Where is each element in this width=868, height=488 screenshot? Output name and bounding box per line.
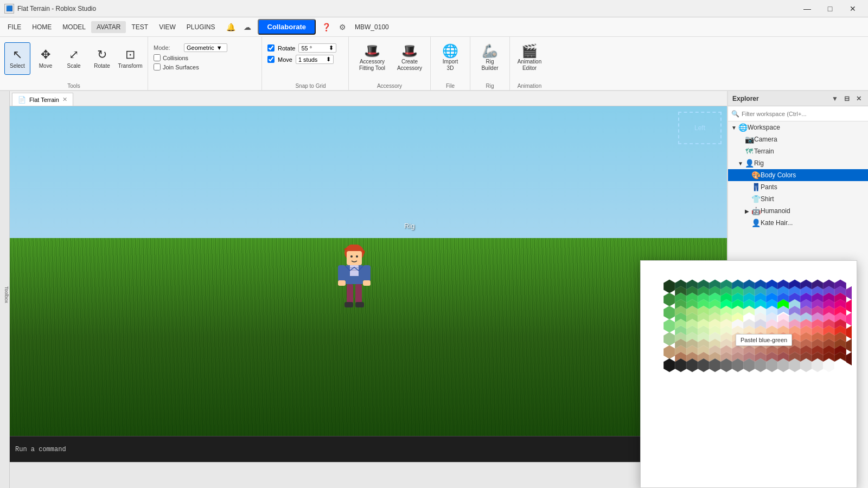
rig-label: Rig — [470, 83, 509, 89]
viewport-container: 📄 Flat Terrain ✕ Rig — [10, 91, 727, 488]
snap-label: Snap to Grid — [267, 83, 354, 89]
flat-terrain-tab[interactable]: 📄 Flat Terrain ✕ — [12, 93, 73, 106]
svg-marker-111 — [846, 312, 852, 326]
tree-camera[interactable]: 📷 Camera — [728, 133, 868, 145]
terrain-icon: 🗺 — [744, 147, 754, 156]
accessory-group: 🎩 AccessoryFitting Tool 🎩 CreateAccessor… — [349, 37, 431, 90]
workspace-icon: 🌐 — [738, 123, 748, 132]
tree-workspace[interactable]: ▼ 🌐 Workspace — [728, 121, 868, 133]
join-surfaces-label: Join Surfaces — [163, 64, 199, 70]
rig-group: 🦾 RigBuilder Rig — [470, 37, 510, 90]
pants-toggle — [743, 184, 751, 190]
explorer-collapse-btn[interactable]: ▼ — [830, 94, 840, 104]
menu-file[interactable]: FILE — [2, 21, 27, 33]
menu-avatar[interactable]: AVATAR — [91, 21, 126, 33]
transform-tool[interactable]: ⊡ Transform — [117, 42, 143, 75]
collaborate-button[interactable]: Collaborate — [258, 19, 316, 35]
notification-icon[interactable]: 🔔 — [225, 21, 237, 33]
rig-toggle[interactable]: ▼ — [737, 160, 744, 166]
tree-shirt[interactable]: 👕 Shirt — [728, 193, 868, 205]
command-bar: Run a command — [10, 436, 727, 462]
svg-point-2 — [350, 255, 353, 258]
mode-dropdown[interactable]: Geometric ▼ — [184, 43, 227, 52]
katehair-toggle — [743, 220, 751, 226]
workspace-toggle[interactable]: ▼ — [730, 125, 738, 131]
rotate-tool[interactable]: ↻ Rotate — [89, 42, 115, 75]
mode-row: Mode: Geometric ▼ — [154, 43, 256, 52]
create-accessory-icon: 🎩 — [401, 44, 418, 57]
tree-rig[interactable]: ▼ 👤 Rig — [728, 157, 868, 169]
explorer-controls: ▼ ⊟ ✕ — [830, 94, 864, 104]
tree-pants[interactable]: 👖 Pants — [728, 181, 868, 193]
cloud-icon[interactable]: ☁ — [241, 21, 253, 33]
terrain-toggle — [737, 149, 744, 155]
menu-test[interactable]: TEST — [126, 21, 154, 33]
help-icon[interactable]: ❓ — [320, 21, 332, 33]
tab-icon: 📄 — [18, 96, 26, 104]
rig-label: Rig — [754, 159, 866, 167]
tree-katehair[interactable]: 👤 Kate Hair... — [728, 217, 868, 229]
create-accessory-btn[interactable]: 🎩 CreateAccessory — [393, 42, 426, 81]
animation-editor-btn[interactable]: 🎬 AnimationEditor — [514, 42, 545, 81]
tabs-bar: 📄 Flat Terrain ✕ — [10, 91, 727, 106]
username: MBW_0100 — [355, 23, 389, 31]
filter-bar: 🔍 — [728, 106, 868, 121]
rig-items: 🦾 RigBuilder — [475, 39, 505, 81]
pants-label: Pants — [761, 183, 866, 191]
workspace-label: Workspace — [748, 124, 866, 131]
animation-editor-icon: 🎬 — [521, 44, 538, 57]
move-snap-row: Move 1 studs ⬍ — [267, 55, 343, 64]
svg-point-3 — [356, 255, 358, 258]
tree-humanoid[interactable]: ▶ 🤖 Humanoid — [728, 205, 868, 217]
explorer-close-btn[interactable]: ✕ — [854, 94, 864, 104]
hex-color-grid[interactable]: // Will be generated via JS below — [646, 272, 852, 472]
main-area: Toolbox 📄 Flat Terrain ✕ Rig — [0, 91, 868, 488]
svg-marker-208 — [663, 358, 675, 372]
toolbox-sidebar: Toolbox — [0, 91, 10, 488]
scale-tool[interactable]: ⤢ Scale — [61, 42, 87, 75]
rotate-icon: ↻ — [97, 48, 107, 62]
rig-icon: 👤 — [744, 159, 754, 168]
close-button[interactable]: ✕ — [842, 1, 864, 16]
filter-input[interactable] — [742, 111, 865, 117]
svg-marker-207 — [846, 352, 852, 365]
move-tool[interactable]: ✥ Move — [33, 42, 59, 75]
menu-view[interactable]: VIEW — [154, 21, 181, 33]
shirt-label: Shirt — [761, 195, 866, 203]
settings-icon[interactable]: ⚙ — [336, 21, 348, 33]
tree-terrain[interactable]: 🗺 Terrain — [728, 145, 868, 157]
app-icon: 🟦 — [4, 4, 14, 14]
command-text[interactable]: Run a command — [15, 446, 66, 453]
svg-marker-144 — [663, 332, 675, 346]
file-group: 🌐 Import3D File — [431, 37, 470, 90]
explorer-expand-btn[interactable]: ⊟ — [842, 94, 852, 104]
3d-viewport[interactable]: Rig — [10, 106, 727, 436]
rotate-snap-checkbox[interactable] — [267, 44, 275, 52]
svg-marker-176 — [663, 345, 675, 359]
select-tool[interactable]: ↖ Select — [4, 42, 30, 75]
tab-label: Flat Terrain — [29, 97, 59, 103]
move-value-input[interactable]: 1 studs ⬍ — [296, 55, 334, 64]
rotate-value-input[interactable]: 55 ° ⬍ — [298, 43, 336, 53]
maximize-button[interactable]: □ — [819, 1, 841, 16]
svg-marker-112 — [663, 319, 675, 332]
view-indicator: Left — [678, 112, 722, 144]
join-surfaces-checkbox[interactable] — [154, 63, 161, 70]
accessory-fitting-tool-btn[interactable]: 🎩 AccessoryFitting Tool — [353, 42, 391, 81]
menu-plugins[interactable]: PLUGINS — [181, 21, 221, 33]
katehair-label: Kate Hair... — [761, 219, 866, 227]
snap-group: Rotate 55 ° ⬍ Move 1 studs ⬍ Snap to Gri… — [262, 37, 349, 90]
body-colors-icon: 🎨 — [751, 171, 761, 179]
tree-body-colors[interactable]: 🎨 Body Colors — [728, 169, 868, 181]
import3d-btn[interactable]: 🌐 Import3D — [435, 42, 465, 81]
menu-model[interactable]: MODEL — [57, 21, 91, 33]
tab-close-button[interactable]: ✕ — [62, 96, 67, 103]
svg-rect-12 — [347, 284, 353, 303]
rotate-snap-row: Rotate 55 ° ⬍ — [267, 43, 343, 53]
minimize-button[interactable]: — — [796, 1, 818, 16]
collisions-checkbox[interactable] — [154, 54, 161, 61]
move-snap-checkbox[interactable] — [267, 56, 275, 63]
humanoid-toggle[interactable]: ▶ — [743, 208, 751, 214]
menu-home[interactable]: HOME — [27, 21, 57, 33]
rig-builder-btn[interactable]: 🦾 RigBuilder — [475, 42, 505, 81]
